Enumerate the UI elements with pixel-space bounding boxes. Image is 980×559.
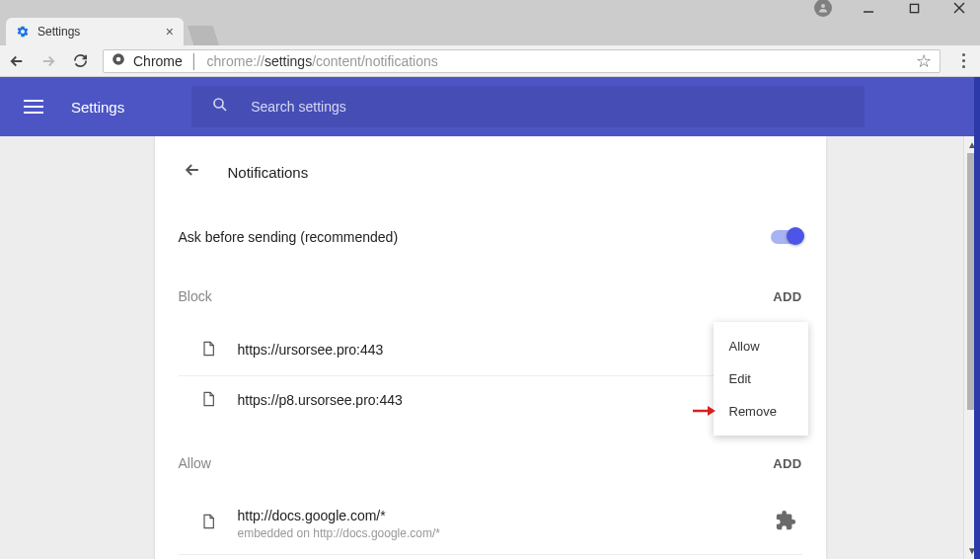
new-tab-button[interactable]	[188, 26, 219, 45]
browser-tab-settings[interactable]: Settings ×	[6, 18, 184, 45]
notifications-card: Notifications Ask before sending (recomm…	[155, 136, 826, 559]
card-header: Notifications	[179, 160, 802, 184]
extension-icon	[775, 510, 802, 537]
svg-point-0	[821, 4, 825, 8]
block-entry: https://ursorsee.pro:443	[179, 326, 802, 376]
omnibox-url: chrome://settings/content/notifications	[207, 53, 438, 69]
block-add-button[interactable]: ADD	[773, 289, 801, 304]
ask-before-sending-row: Ask before sending (recommended)	[179, 225, 802, 280]
block-entry-url: https://ursorsee.pro:443	[238, 341, 384, 360]
ask-before-sending-label: Ask before sending (recommended)	[179, 229, 399, 245]
document-icon	[200, 390, 216, 412]
nav-reload-button[interactable]	[71, 52, 89, 70]
menu-edit-item[interactable]: Edit	[714, 362, 808, 395]
menu-remove-item[interactable]: Remove	[714, 395, 808, 428]
svg-point-6	[116, 57, 121, 62]
tab-close-button[interactable]: ×	[166, 24, 174, 40]
search-icon	[211, 96, 229, 118]
window-right-edge	[974, 77, 980, 559]
allow-entry: http://drive.google.com/*	[179, 555, 802, 559]
omnibox-separator: │	[190, 53, 199, 69]
allow-add-button[interactable]: ADD	[773, 456, 801, 471]
allow-entry-subtext: embedded on http://docs.google.com/*	[238, 526, 440, 540]
browser-menu-button[interactable]	[954, 53, 972, 68]
nav-forward-button	[39, 52, 57, 70]
bookmark-star-icon[interactable]: ☆	[916, 50, 932, 72]
menu-allow-item[interactable]: Allow	[714, 330, 808, 362]
toolbar: Chrome │ chrome://settings/content/notif…	[0, 45, 980, 77]
settings-header-title: Settings	[71, 99, 124, 116]
ask-before-sending-toggle[interactable]	[771, 230, 802, 244]
tab-title: Settings	[38, 25, 80, 39]
user-account-icon[interactable]	[814, 0, 832, 17]
window-maximize-button[interactable]	[905, 0, 923, 16]
settings-header: Settings	[0, 77, 980, 136]
allow-entry: http://docs.google.com/* embedded on htt…	[179, 493, 802, 555]
svg-line-8	[222, 107, 226, 111]
block-entry-url: https://p8.ursorsee.pro:443	[238, 391, 403, 411]
gear-icon	[16, 25, 30, 39]
svg-marker-10	[708, 406, 716, 416]
document-icon	[200, 340, 216, 361]
window-titlebar	[0, 0, 980, 16]
settings-search-input[interactable]	[251, 99, 845, 115]
annotation-arrow-icon	[692, 404, 716, 422]
back-arrow-button[interactable]	[183, 160, 202, 184]
settings-search-wrap[interactable]	[191, 86, 865, 127]
window-minimize-button[interactable]	[860, 0, 877, 16]
allow-label: Allow	[179, 455, 211, 471]
window-close-button[interactable]	[950, 0, 968, 16]
chrome-icon	[112, 52, 125, 69]
tab-strip: Settings ×	[0, 16, 980, 45]
allow-section-header: Allow ADD	[179, 455, 802, 471]
block-section-header: Block ADD	[179, 288, 802, 304]
svg-rect-2	[910, 4, 918, 12]
nav-back-button[interactable]	[8, 52, 26, 70]
block-label: Block	[179, 288, 212, 304]
address-bar[interactable]: Chrome │ chrome://settings/content/notif…	[103, 49, 941, 73]
hamburger-menu-button[interactable]	[24, 100, 43, 114]
allow-entry-url: http://docs.google.com/*	[238, 507, 440, 526]
omnibox-chrome-label: Chrome	[133, 53, 183, 69]
svg-point-7	[214, 99, 223, 108]
settings-content: Notifications Ask before sending (recomm…	[0, 136, 980, 559]
page-title: Notifications	[228, 164, 309, 181]
site-context-menu: Allow Edit Remove	[714, 322, 808, 436]
document-icon	[200, 513, 216, 534]
